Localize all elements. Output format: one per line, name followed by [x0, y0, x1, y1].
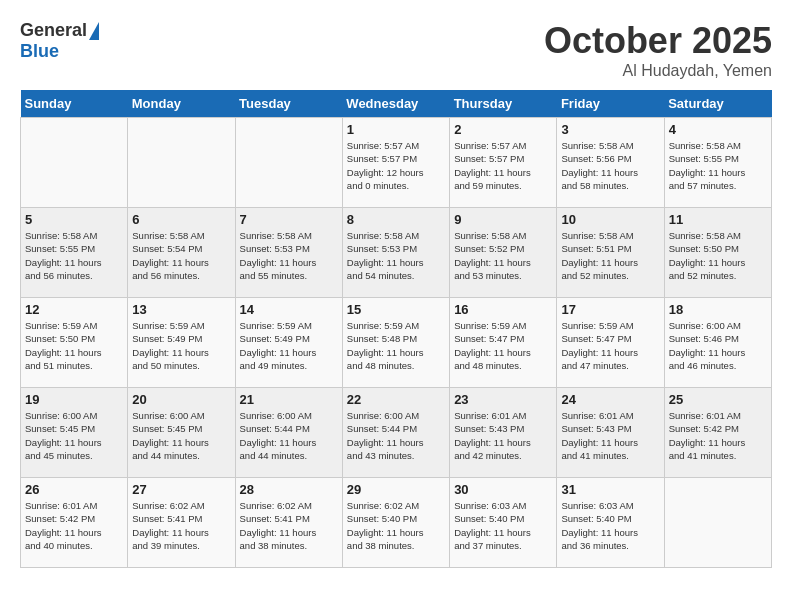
logo-triangle-icon: [89, 22, 99, 40]
calendar-cell: 4Sunrise: 5:58 AMSunset: 5:55 PMDaylight…: [664, 118, 771, 208]
weekday-header-monday: Monday: [128, 90, 235, 118]
calendar-cell: 16Sunrise: 5:59 AMSunset: 5:47 PMDayligh…: [450, 298, 557, 388]
day-info: Sunrise: 5:58 AMSunset: 5:52 PMDaylight:…: [454, 229, 552, 282]
day-info: Sunrise: 6:00 AMSunset: 5:45 PMDaylight:…: [132, 409, 230, 462]
day-number: 4: [669, 122, 767, 137]
day-info: Sunrise: 5:58 AMSunset: 5:56 PMDaylight:…: [561, 139, 659, 192]
calendar-cell: 12Sunrise: 5:59 AMSunset: 5:50 PMDayligh…: [21, 298, 128, 388]
day-info: Sunrise: 5:58 AMSunset: 5:53 PMDaylight:…: [347, 229, 445, 282]
calendar-title: October 2025: [544, 20, 772, 62]
calendar-cell: [664, 478, 771, 568]
day-info: Sunrise: 5:59 AMSunset: 5:50 PMDaylight:…: [25, 319, 123, 372]
day-number: 18: [669, 302, 767, 317]
day-number: 20: [132, 392, 230, 407]
day-number: 2: [454, 122, 552, 137]
calendar-cell: 5Sunrise: 5:58 AMSunset: 5:55 PMDaylight…: [21, 208, 128, 298]
day-number: 28: [240, 482, 338, 497]
day-number: 9: [454, 212, 552, 227]
day-number: 5: [25, 212, 123, 227]
calendar-cell: 22Sunrise: 6:00 AMSunset: 5:44 PMDayligh…: [342, 388, 449, 478]
logo-general: General: [20, 20, 87, 41]
day-info: Sunrise: 5:59 AMSunset: 5:49 PMDaylight:…: [132, 319, 230, 372]
day-number: 10: [561, 212, 659, 227]
day-number: 23: [454, 392, 552, 407]
day-number: 1: [347, 122, 445, 137]
day-number: 11: [669, 212, 767, 227]
calendar-cell: 13Sunrise: 5:59 AMSunset: 5:49 PMDayligh…: [128, 298, 235, 388]
weekday-header-saturday: Saturday: [664, 90, 771, 118]
calendar-week-row: 26Sunrise: 6:01 AMSunset: 5:42 PMDayligh…: [21, 478, 772, 568]
calendar-cell: 19Sunrise: 6:00 AMSunset: 5:45 PMDayligh…: [21, 388, 128, 478]
calendar-cell: 27Sunrise: 6:02 AMSunset: 5:41 PMDayligh…: [128, 478, 235, 568]
day-info: Sunrise: 6:00 AMSunset: 5:45 PMDaylight:…: [25, 409, 123, 462]
day-number: 21: [240, 392, 338, 407]
day-number: 31: [561, 482, 659, 497]
calendar-week-row: 19Sunrise: 6:00 AMSunset: 5:45 PMDayligh…: [21, 388, 772, 478]
day-info: Sunrise: 6:01 AMSunset: 5:43 PMDaylight:…: [561, 409, 659, 462]
calendar-cell: 17Sunrise: 5:59 AMSunset: 5:47 PMDayligh…: [557, 298, 664, 388]
calendar-cell: 1Sunrise: 5:57 AMSunset: 5:57 PMDaylight…: [342, 118, 449, 208]
calendar-location: Al Hudaydah, Yemen: [544, 62, 772, 80]
day-info: Sunrise: 6:01 AMSunset: 5:42 PMDaylight:…: [25, 499, 123, 552]
calendar-cell: 31Sunrise: 6:03 AMSunset: 5:40 PMDayligh…: [557, 478, 664, 568]
calendar-week-row: 1Sunrise: 5:57 AMSunset: 5:57 PMDaylight…: [21, 118, 772, 208]
day-info: Sunrise: 5:58 AMSunset: 5:55 PMDaylight:…: [25, 229, 123, 282]
calendar-cell: 24Sunrise: 6:01 AMSunset: 5:43 PMDayligh…: [557, 388, 664, 478]
day-info: Sunrise: 5:58 AMSunset: 5:51 PMDaylight:…: [561, 229, 659, 282]
day-info: Sunrise: 6:00 AMSunset: 5:44 PMDaylight:…: [240, 409, 338, 462]
calendar-cell: 29Sunrise: 6:02 AMSunset: 5:40 PMDayligh…: [342, 478, 449, 568]
calendar-cell: [128, 118, 235, 208]
day-info: Sunrise: 6:01 AMSunset: 5:42 PMDaylight:…: [669, 409, 767, 462]
weekday-header-friday: Friday: [557, 90, 664, 118]
calendar-cell: 8Sunrise: 5:58 AMSunset: 5:53 PMDaylight…: [342, 208, 449, 298]
calendar-cell: 20Sunrise: 6:00 AMSunset: 5:45 PMDayligh…: [128, 388, 235, 478]
day-number: 13: [132, 302, 230, 317]
day-number: 8: [347, 212, 445, 227]
day-info: Sunrise: 6:00 AMSunset: 5:44 PMDaylight:…: [347, 409, 445, 462]
calendar-cell: 25Sunrise: 6:01 AMSunset: 5:42 PMDayligh…: [664, 388, 771, 478]
day-number: 29: [347, 482, 445, 497]
day-info: Sunrise: 6:01 AMSunset: 5:43 PMDaylight:…: [454, 409, 552, 462]
day-info: Sunrise: 5:58 AMSunset: 5:55 PMDaylight:…: [669, 139, 767, 192]
day-info: Sunrise: 5:59 AMSunset: 5:47 PMDaylight:…: [454, 319, 552, 372]
calendar-week-row: 5Sunrise: 5:58 AMSunset: 5:55 PMDaylight…: [21, 208, 772, 298]
logo-blue: Blue: [20, 41, 59, 62]
calendar-cell: 15Sunrise: 5:59 AMSunset: 5:48 PMDayligh…: [342, 298, 449, 388]
calendar-table: SundayMondayTuesdayWednesdayThursdayFrid…: [20, 90, 772, 568]
weekday-header-sunday: Sunday: [21, 90, 128, 118]
calendar-cell: 21Sunrise: 6:00 AMSunset: 5:44 PMDayligh…: [235, 388, 342, 478]
day-info: Sunrise: 6:02 AMSunset: 5:41 PMDaylight:…: [132, 499, 230, 552]
calendar-cell: 30Sunrise: 6:03 AMSunset: 5:40 PMDayligh…: [450, 478, 557, 568]
day-info: Sunrise: 5:58 AMSunset: 5:50 PMDaylight:…: [669, 229, 767, 282]
weekday-header-wednesday: Wednesday: [342, 90, 449, 118]
day-number: 15: [347, 302, 445, 317]
day-info: Sunrise: 5:59 AMSunset: 5:47 PMDaylight:…: [561, 319, 659, 372]
day-number: 25: [669, 392, 767, 407]
day-info: Sunrise: 6:03 AMSunset: 5:40 PMDaylight:…: [454, 499, 552, 552]
calendar-cell: 10Sunrise: 5:58 AMSunset: 5:51 PMDayligh…: [557, 208, 664, 298]
day-number: 22: [347, 392, 445, 407]
calendar-cell: 18Sunrise: 6:00 AMSunset: 5:46 PMDayligh…: [664, 298, 771, 388]
day-number: 30: [454, 482, 552, 497]
calendar-cell: 7Sunrise: 5:58 AMSunset: 5:53 PMDaylight…: [235, 208, 342, 298]
calendar-cell: 14Sunrise: 5:59 AMSunset: 5:49 PMDayligh…: [235, 298, 342, 388]
calendar-cell: [21, 118, 128, 208]
day-number: 16: [454, 302, 552, 317]
day-info: Sunrise: 5:57 AMSunset: 5:57 PMDaylight:…: [347, 139, 445, 192]
day-info: Sunrise: 5:58 AMSunset: 5:53 PMDaylight:…: [240, 229, 338, 282]
day-info: Sunrise: 6:00 AMSunset: 5:46 PMDaylight:…: [669, 319, 767, 372]
weekday-header-row: SundayMondayTuesdayWednesdayThursdayFrid…: [21, 90, 772, 118]
day-number: 6: [132, 212, 230, 227]
day-number: 17: [561, 302, 659, 317]
day-number: 3: [561, 122, 659, 137]
day-info: Sunrise: 5:59 AMSunset: 5:49 PMDaylight:…: [240, 319, 338, 372]
day-info: Sunrise: 6:02 AMSunset: 5:41 PMDaylight:…: [240, 499, 338, 552]
day-number: 12: [25, 302, 123, 317]
day-info: Sunrise: 6:03 AMSunset: 5:40 PMDaylight:…: [561, 499, 659, 552]
day-number: 19: [25, 392, 123, 407]
page-header: General Blue October 2025 Al Hudaydah, Y…: [20, 20, 772, 80]
calendar-cell: 6Sunrise: 5:58 AMSunset: 5:54 PMDaylight…: [128, 208, 235, 298]
weekday-header-thursday: Thursday: [450, 90, 557, 118]
calendar-cell: 23Sunrise: 6:01 AMSunset: 5:43 PMDayligh…: [450, 388, 557, 478]
day-info: Sunrise: 6:02 AMSunset: 5:40 PMDaylight:…: [347, 499, 445, 552]
